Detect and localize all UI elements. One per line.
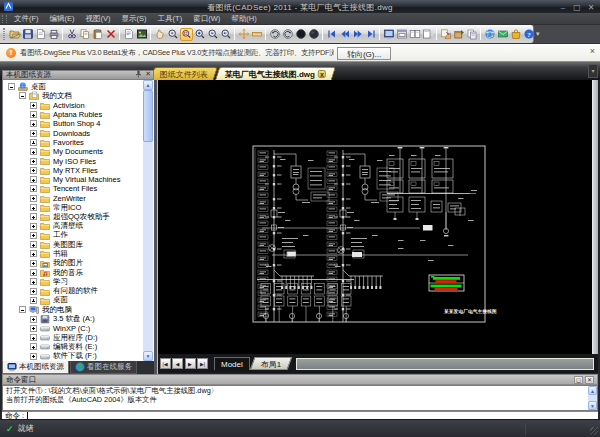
save-icon[interactable]: [22, 28, 34, 41]
convert-icon[interactable]: [440, 28, 452, 41]
page-preview-icon[interactable]: [35, 28, 47, 41]
scroll-down-icon[interactable]: ▼: [588, 401, 597, 410]
scroll-down-icon[interactable]: ▼: [143, 351, 153, 361]
zoom-window-icon[interactable]: [180, 28, 193, 41]
tree-item[interactable]: Tencent Files: [3, 184, 143, 193]
tab-local-resources[interactable]: 本机图纸资源: [2, 361, 69, 374]
move-icon[interactable]: [238, 28, 250, 41]
expand-icon[interactable]: [30, 297, 37, 304]
delete-icon[interactable]: [105, 28, 117, 41]
tree-item[interactable]: 我的文档: [3, 91, 143, 100]
expand-icon[interactable]: [30, 185, 37, 192]
print-icon[interactable]: [48, 28, 60, 41]
expand-icon[interactable]: [30, 139, 37, 146]
tree-item[interactable]: 我的电脑: [3, 305, 143, 314]
scroll-up-icon[interactable]: ▲: [588, 386, 597, 395]
command-scrollbar[interactable]: ▲ ▼: [588, 386, 597, 410]
tree-item[interactable]: 超强QQ农牧助手: [3, 212, 143, 221]
tree-item[interactable]: 有问题的软件: [3, 287, 143, 296]
zoom-previous-icon[interactable]: [220, 28, 232, 41]
zoom-out-icon[interactable]: [207, 28, 219, 41]
tree-item[interactable]: 工作: [3, 231, 143, 240]
background-dark-icon[interactable]: [308, 28, 320, 41]
expand-icon[interactable]: [30, 213, 37, 220]
open-file-icon[interactable]: [9, 28, 21, 41]
tree-item[interactable]: Button Shop 4: [3, 119, 143, 128]
expand-icon[interactable]: [30, 158, 37, 165]
tree-item[interactable]: My ISO Files: [3, 156, 143, 165]
tree-item[interactable]: WinXP (C:): [3, 324, 143, 333]
expand-icon[interactable]: [30, 241, 37, 248]
tab-list-button[interactable]: ▾: [588, 64, 598, 78]
expand-icon[interactable]: [30, 130, 37, 137]
menu-E[interactable]: 编辑(E): [46, 14, 79, 24]
tree-item[interactable]: 美图图库: [3, 240, 143, 249]
expand-icon[interactable]: [30, 269, 37, 276]
menu-S[interactable]: 显示(S): [118, 14, 151, 24]
tree-item[interactable]: 应用程序 (D:): [3, 333, 143, 342]
tab-online-service[interactable]: 看图在线服务: [70, 361, 137, 374]
expand-icon[interactable]: [30, 250, 37, 257]
toolbar-overflow-chevron-icon[interactable]: ▾: [536, 30, 540, 38]
purchase-icon[interactable]: [510, 28, 522, 41]
next-layout-icon[interactable]: ▶: [185, 358, 196, 369]
next-page-icon[interactable]: [352, 28, 364, 41]
close-button[interactable]: ✕: [586, 4, 596, 12]
about-icon[interactable]: ?: [523, 28, 535, 41]
collapse-icon[interactable]: [19, 306, 26, 313]
image-icon[interactable]: [136, 28, 148, 41]
expand-icon[interactable]: [30, 120, 37, 127]
first-page-icon[interactable]: [326, 28, 338, 41]
expand-icon[interactable]: [30, 278, 37, 285]
copy-icon[interactable]: [79, 28, 91, 41]
tab-model[interactable]: Model: [214, 357, 250, 370]
expand-icon[interactable]: [30, 232, 37, 239]
tree-item[interactable]: Aptana Rubles: [3, 110, 143, 119]
tree-item[interactable]: 学习: [3, 277, 143, 286]
minimize-button[interactable]: –: [558, 4, 568, 12]
expand-icon[interactable]: [30, 334, 37, 341]
tree-item[interactable]: 我的图片: [3, 259, 143, 268]
tab-drawing-file-list[interactable]: 图纸文件列表: [150, 67, 218, 80]
last-page-icon[interactable]: [365, 28, 377, 41]
tree-item[interactable]: Downloads: [3, 128, 143, 137]
tree-item[interactable]: 高清壁纸: [3, 221, 143, 230]
last-layout-icon[interactable]: ▶|: [197, 358, 208, 369]
first-layout-icon[interactable]: |◀: [160, 358, 171, 369]
command-dock-icon[interactable]: ◻: [574, 376, 583, 384]
collapse-icon[interactable]: [8, 83, 15, 90]
two-page-icon[interactable]: [409, 28, 421, 41]
full-screen-icon[interactable]: [383, 28, 395, 41]
tree-scrollbar-thumb[interactable]: [143, 90, 153, 142]
tab-active-drawing[interactable]: 某电厂电气主接线图.dwg x: [215, 67, 336, 80]
tree-scrollbar[interactable]: ▲ ▼: [143, 80, 153, 361]
tree-item[interactable]: 编辑资料 (E:): [3, 342, 143, 351]
rotate-right-icon[interactable]: [282, 28, 294, 41]
goto-button[interactable]: 转向(G)...: [337, 47, 391, 60]
tree-item[interactable]: Activision: [3, 101, 143, 110]
expand-icon[interactable]: [30, 288, 37, 295]
scroll-up-icon[interactable]: ▲: [143, 80, 153, 90]
expand-icon[interactable]: [30, 111, 37, 118]
fit-window-icon[interactable]: [396, 28, 408, 41]
pan-icon[interactable]: [154, 28, 166, 41]
batch-print-icon[interactable]: [466, 28, 478, 41]
tree-item[interactable]: My RTX Files: [3, 166, 143, 175]
menu-W[interactable]: 窗口(W): [189, 14, 224, 24]
zoom-extents-icon[interactable]: [167, 28, 179, 41]
browser-icon[interactable]: [484, 28, 496, 41]
panel-pin-icon[interactable]: [135, 70, 142, 80]
tree-item[interactable]: My Virtual Machines: [3, 175, 143, 184]
tree-item[interactable]: 3.5 软盘 (A:): [3, 314, 143, 323]
tree-item[interactable]: My Documents: [3, 147, 143, 156]
resize-grip[interactable]: [590, 427, 598, 435]
expand-icon[interactable]: [30, 316, 37, 323]
command-input[interactable]: 命令 :: [2, 411, 598, 419]
tree-item[interactable]: 桌面: [3, 296, 143, 305]
background-black-icon[interactable]: [295, 28, 307, 41]
tree-item[interactable]: 书籍: [3, 249, 143, 258]
expand-icon[interactable]: [30, 343, 37, 350]
expand-icon[interactable]: [30, 325, 37, 332]
maximize-button[interactable]: ▢: [572, 4, 582, 12]
tree-item[interactable]: ZenWriter: [3, 194, 143, 203]
